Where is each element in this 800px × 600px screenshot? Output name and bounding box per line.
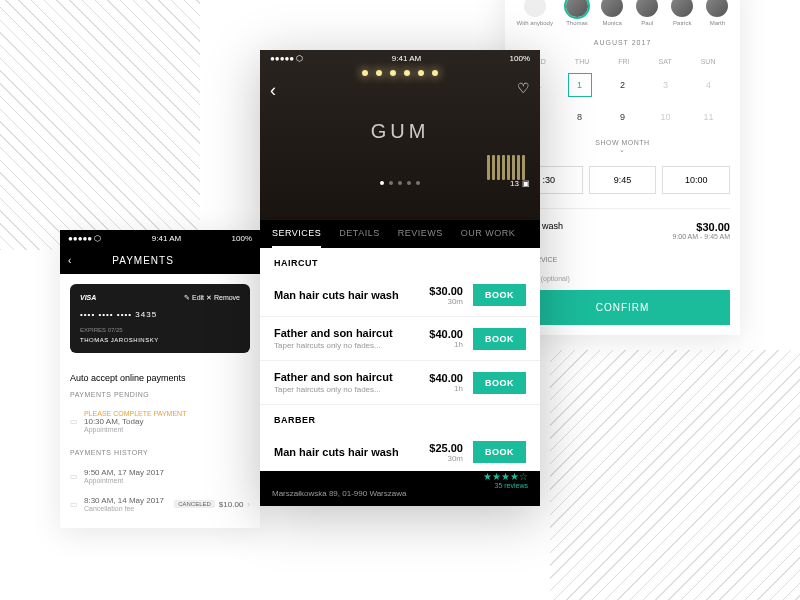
back-icon[interactable]: ‹ (68, 255, 72, 266)
time-slot[interactable]: 9:45 (589, 166, 657, 194)
status-bar: ●●●●● ⬡9:41 AM100% (260, 50, 540, 67)
pending-payment[interactable]: ▭ PLEASE COMPLETE PAYMENT 10:30 AM, Toda… (70, 404, 250, 439)
cal-day[interactable]: 9 (611, 105, 635, 129)
carousel-dots[interactable] (380, 181, 420, 185)
card-expires: EXPIRES 07/25 (80, 327, 240, 333)
staff-thomas[interactable]: Thomas (566, 0, 588, 26)
back-icon[interactable]: ‹ (270, 80, 276, 101)
book-button[interactable]: BOOK (473, 284, 526, 306)
add-service[interactable]: ER SERVICE (515, 252, 730, 267)
chevron-right-icon: › (247, 500, 250, 509)
credit-card[interactable]: VISA ✎ Edit ✕ Remove •••• •••• •••• 3435… (70, 284, 250, 353)
status-bar: ●●●●● ⬡9:41 AM100% (60, 230, 260, 247)
cal-day[interactable]: 3 (654, 73, 678, 97)
photo-count[interactable]: 13▣ (510, 179, 530, 188)
staff-any[interactable]: With anybody (517, 0, 553, 26)
card-icon: ▭ (70, 417, 78, 426)
category-barber: BARBER (260, 405, 540, 431)
calendar-row: 7 8 9 10 11 (515, 101, 730, 133)
card-holder: THOMAS JAROSHINSKY (80, 337, 240, 343)
auto-accept[interactable]: Auto accept online payments (70, 373, 250, 391)
show-month-toggle[interactable]: SHOW MONTH⌄ (515, 133, 730, 160)
shop-address: Marszałkowska 89, 01-990 Warszawa (272, 489, 406, 498)
history-label: PAYMENTS HISTORY (70, 449, 250, 456)
edit-card[interactable]: ✎ Edit (184, 294, 204, 301)
chevron-down-icon: ⌄ (619, 146, 626, 153)
canceled-badge: CANCELED (174, 500, 215, 508)
time-slots: :30 9:45 10:00 (515, 160, 730, 200)
favorite-icon[interactable]: ♡ (517, 80, 530, 96)
service-row: Man hair cuts hair wash $30.0030m BOOK (260, 274, 540, 317)
book-button[interactable]: BOOK (473, 372, 526, 394)
booking-screen: With anybody Thomas Monica Paul Patrick … (505, 0, 740, 335)
summary-price: $30.00 (672, 221, 730, 233)
business-note[interactable]: usiness (optional) (515, 267, 730, 290)
tab-reviews[interactable]: REVIEWS (398, 220, 443, 248)
card-number: •••• •••• •••• 3435 (80, 310, 240, 319)
cal-day[interactable]: 4 (697, 73, 721, 97)
calendar-row: 31 1 2 3 4 (515, 69, 730, 101)
tab-our-work[interactable]: OUR WORK (461, 220, 516, 248)
staff-paul[interactable]: Paul (636, 0, 658, 26)
cal-day[interactable]: 11 (697, 105, 721, 129)
booking-summary: ts hair wash $30.00 9:00 AM - 9:45 AM (515, 208, 730, 252)
cal-day[interactable]: 2 (611, 73, 635, 97)
shop-sign: GUM (371, 120, 430, 143)
tab-services[interactable]: SERVICES (272, 220, 321, 248)
weekday-header: WEDTHUFRISATSUN (515, 54, 730, 69)
cal-day[interactable]: 10 (654, 105, 678, 129)
barber-screen: ●●●●● ⬡9:41 AM100% ‹ ♡ GUM 13▣ Barber Sh… (260, 50, 540, 506)
hero-image: ●●●●● ⬡9:41 AM100% ‹ ♡ GUM 13▣ (260, 50, 540, 220)
remove-card[interactable]: ✕ Remove (206, 294, 240, 301)
payments-title: PAYMENTS (112, 255, 174, 266)
cal-day-selected[interactable]: 1 (568, 73, 592, 97)
service-row: Father and son haircutTaper haircuts onl… (260, 317, 540, 361)
payment-alert: PLEASE COMPLETE PAYMENT (84, 410, 186, 417)
payments-screen: ●●●●● ⬡9:41 AM100% ‹ PAYMENTS VISA ✎ Edi… (60, 230, 260, 528)
service-row: Man hair cuts hair wash $25.0030m BOOK (260, 431, 540, 474)
confirm-button[interactable]: CONFIRM (515, 290, 730, 325)
book-button[interactable]: BOOK (473, 328, 526, 350)
card-icon: ▭ (70, 472, 78, 481)
book-button[interactable]: BOOK (473, 441, 526, 463)
staff-picker: With anybody Thomas Monica Paul Patrick … (515, 0, 730, 31)
month-label: AUGUST 2017 (515, 31, 730, 54)
category-haircut: HAIRCUT (260, 248, 540, 274)
payments-header: ‹ PAYMENTS (60, 247, 260, 274)
tabs: SERVICES DETAILS REVIEWS OUR WORK (260, 220, 540, 248)
staff-monica[interactable]: Monica (601, 0, 623, 26)
shop-name: Barber Shop Praga (272, 471, 406, 487)
service-row: Father and son haircutTaper haircuts onl… (260, 361, 540, 405)
history-item[interactable]: ▭ 9:50 AM, 17 May 2017Appointment (70, 462, 250, 490)
card-brand: VISA (80, 294, 96, 302)
time-slot[interactable]: 10:00 (662, 166, 730, 194)
cal-day[interactable]: 8 (568, 105, 592, 129)
pending-label: PAYMENTS PENDING (70, 391, 250, 398)
staff-marth[interactable]: Marth (706, 0, 728, 26)
summary-time: 9:00 AM - 9:45 AM (672, 233, 730, 240)
tab-details[interactable]: DETAILS (339, 220, 379, 248)
staff-patrick[interactable]: Patrick (671, 0, 693, 26)
photo-icon: ▣ (522, 179, 530, 188)
review-count[interactable]: 35 reviews (483, 482, 528, 489)
rating-stars: ★★★★☆ (483, 471, 528, 482)
card-icon: ▭ (70, 500, 78, 509)
history-item[interactable]: ▭ 8:30 AM, 14 May 2017Cancellation fee C… (70, 490, 250, 518)
